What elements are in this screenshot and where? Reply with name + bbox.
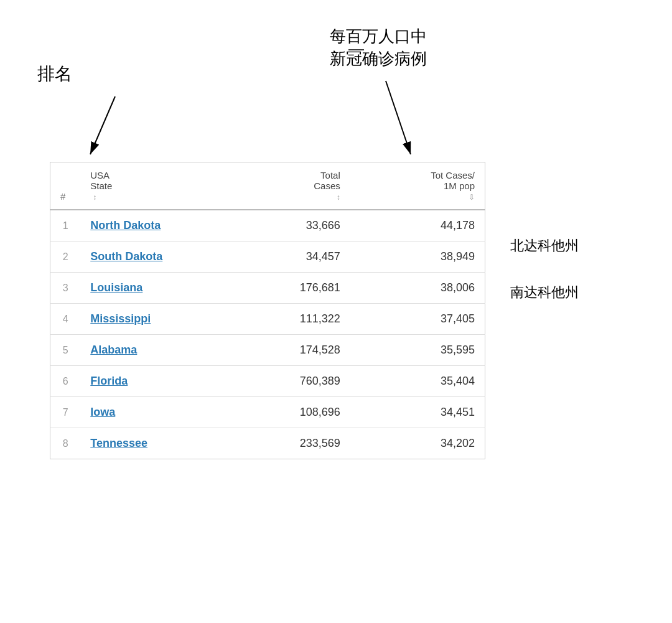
table-row: 1 North Dakota 33,666 44,178 [50,210,485,241]
total-cases-cell: 174,528 [236,335,350,366]
ranking-label: 排名 [37,64,72,83]
rank-cell: 8 [50,428,81,459]
col-header-state: USA State ↕ [80,162,235,210]
per-million-cell: 34,202 [350,428,485,459]
table-row: 5 Alabama 174,528 35,595 [50,335,485,366]
state-link[interactable]: Tennessee [90,437,147,449]
total-cases-cell: 34,457 [236,241,350,273]
total-cases-cell: 108,696 [236,397,350,428]
col-header-per: Tot Cases/ 1M pop ⇩ [350,162,485,210]
table-row: 4 Mississippi 111,322 37,405 [50,304,485,335]
cases-label-line2: 新冠确诊病例 [330,47,427,70]
table-body: 1 North Dakota 33,666 44,178 2 South Dak… [50,210,485,459]
rank-cell: 2 [50,241,81,273]
table-row: 6 Florida 760,389 35,404 [50,366,485,397]
state-cell: South Dakota [80,241,235,273]
rank-cell: 6 [50,366,81,397]
total-cases-cell: 176,681 [236,273,350,304]
per-million-cell: 38,006 [350,273,485,304]
total-cases-cell: 760,389 [236,366,350,397]
state-link[interactable]: Iowa [90,406,115,418]
total-cases-cell: 111,322 [236,304,350,335]
col-header-hash: # [50,162,81,210]
total-sort-icon[interactable]: ↕ [337,193,340,202]
state-sort-icon[interactable]: ↕ [93,193,96,202]
table-row: 8 Tennessee 233,569 34,202 [50,428,485,459]
state-cell: Iowa [80,397,235,428]
state-link[interactable]: Mississippi [90,312,151,325]
col-header-total: Total Cases ↕ [236,162,350,210]
rank-cell: 1 [50,210,81,241]
svg-line-2 [386,81,411,154]
per-million-cell: 35,404 [350,366,485,397]
state-cell: Mississippi [80,304,235,335]
state-cell: Alabama [80,335,235,366]
state-link[interactable]: North Dakota [90,219,161,232]
state-link[interactable]: South Dakota [90,250,162,263]
rank-cell: 4 [50,304,81,335]
table-wrapper: # USA State ↕ Total Cases ↕ Tot Cases/ [50,162,485,459]
state-link[interactable]: Alabama [90,344,137,356]
north-dakota-cn-label: 北达科他州 [510,237,579,255]
table-header-row: # USA State ↕ Total Cases ↕ Tot Cases/ [50,162,485,210]
state-cell: Louisiana [80,273,235,304]
covid-table: # USA State ↕ Total Cases ↕ Tot Cases/ [50,162,485,459]
cases-label-line1: 每百万人口中 [330,25,427,47]
south-dakota-cn-label: 南达科他州 [510,283,579,302]
svg-line-1 [90,96,115,154]
state-link[interactable]: Florida [90,375,128,387]
per-million-cell: 38,949 [350,241,485,273]
per-sort-icon[interactable]: ⇩ [469,193,475,202]
per-million-cell: 34,451 [350,397,485,428]
state-link[interactable]: Louisiana [90,281,142,294]
state-cell: Tennessee [80,428,235,459]
per-million-cell: 37,405 [350,304,485,335]
table-row: 7 Iowa 108,696 34,451 [50,397,485,428]
total-cases-cell: 233,569 [236,428,350,459]
rank-cell: 5 [50,335,81,366]
per-million-cell: 44,178 [350,210,485,241]
state-cell: Florida [80,366,235,397]
cases-annotation: 每百万人口中 新冠确诊病例 [330,25,427,70]
south-dakota-cn-text: 南达科他州 [510,284,579,300]
rank-cell: 7 [50,397,81,428]
north-dakota-cn-text: 北达科他州 [510,238,579,253]
state-cell: North Dakota [80,210,235,241]
total-cases-cell: 33,666 [236,210,350,241]
page-container: 排名 每百万人口中 新冠确诊病例 北达科他州 南达科他州 [0,0,672,623]
rank-cell: 3 [50,273,81,304]
table-row: 3 Louisiana 176,681 38,006 [50,273,485,304]
table-row: 2 South Dakota 34,457 38,949 [50,241,485,273]
ranking-annotation: 排名 [37,62,72,86]
per-million-cell: 35,595 [350,335,485,366]
